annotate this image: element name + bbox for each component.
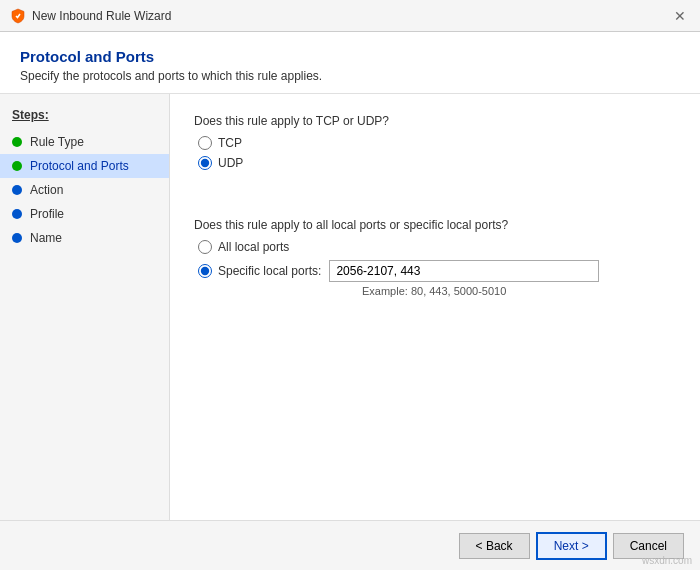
- specific-ports-radio[interactable]: [198, 264, 212, 278]
- ports-question: Does this rule apply to all local ports …: [194, 218, 676, 232]
- header-section: Protocol and Ports Specify the protocols…: [0, 32, 700, 94]
- step-label-name: Name: [30, 231, 62, 245]
- udp-radio[interactable]: [198, 156, 212, 170]
- sidebar-item-profile[interactable]: Profile: [0, 202, 169, 226]
- step-dot-action: [12, 185, 22, 195]
- title-bar: New Inbound Rule Wizard ✕: [0, 0, 700, 32]
- sidebar-item-action[interactable]: Action: [0, 178, 169, 202]
- step-dot-protocol-ports: [12, 161, 22, 171]
- all-ports-radio-item[interactable]: All local ports: [198, 240, 676, 254]
- step-dot-name: [12, 233, 22, 243]
- specific-ports-row: Specific local ports:: [198, 260, 676, 282]
- sidebar-item-rule-type[interactable]: Rule Type: [0, 130, 169, 154]
- page-title: Protocol and Ports: [20, 48, 680, 65]
- shield-icon: [10, 8, 26, 24]
- ports-section: Does this rule apply to all local ports …: [194, 218, 676, 297]
- section-divider: [194, 186, 676, 202]
- title-bar-left: New Inbound Rule Wizard: [10, 8, 171, 24]
- next-button[interactable]: Next >: [536, 532, 607, 560]
- step-label-profile: Profile: [30, 207, 64, 221]
- udp-radio-item[interactable]: UDP: [198, 156, 676, 170]
- sidebar-item-name[interactable]: Name: [0, 226, 169, 250]
- title-bar-title: New Inbound Rule Wizard: [32, 9, 171, 23]
- watermark: wsxdn.com: [642, 555, 692, 566]
- step-dot-profile: [12, 209, 22, 219]
- main-area: Steps: Rule Type Protocol and Ports Acti…: [0, 94, 700, 520]
- protocol-section: Does this rule apply to TCP or UDP? TCP …: [194, 114, 676, 170]
- step-dot-rule-type: [12, 137, 22, 147]
- step-label-protocol-ports: Protocol and Ports: [30, 159, 129, 173]
- all-ports-radio[interactable]: [198, 240, 212, 254]
- sidebar-item-protocol-ports[interactable]: Protocol and Ports: [0, 154, 169, 178]
- steps-label: Steps:: [0, 104, 169, 130]
- tcp-label: TCP: [218, 136, 242, 150]
- ports-example: Example: 80, 443, 5000-5010: [362, 285, 676, 297]
- udp-label: UDP: [218, 156, 243, 170]
- dialog-content: Protocol and Ports Specify the protocols…: [0, 32, 700, 520]
- step-label-rule-type: Rule Type: [30, 135, 84, 149]
- tcp-radio[interactable]: [198, 136, 212, 150]
- page-subtitle: Specify the protocols and ports to which…: [20, 69, 680, 83]
- tcp-radio-item[interactable]: TCP: [198, 136, 676, 150]
- protocol-radio-group: TCP UDP: [198, 136, 676, 170]
- close-button[interactable]: ✕: [670, 6, 690, 26]
- ports-radio-group: All local ports Specific local ports:: [198, 240, 676, 282]
- content-panel: Does this rule apply to TCP or UDP? TCP …: [170, 94, 700, 520]
- specific-ports-label: Specific local ports:: [218, 264, 321, 278]
- steps-panel: Steps: Rule Type Protocol and Ports Acti…: [0, 94, 170, 520]
- all-ports-label: All local ports: [218, 240, 289, 254]
- protocol-question: Does this rule apply to TCP or UDP?: [194, 114, 676, 128]
- step-label-action: Action: [30, 183, 63, 197]
- back-button[interactable]: < Back: [459, 533, 530, 559]
- footer: < Back Next > Cancel: [0, 520, 700, 570]
- ports-input[interactable]: [329, 260, 599, 282]
- specific-ports-radio-item[interactable]: Specific local ports:: [198, 264, 321, 278]
